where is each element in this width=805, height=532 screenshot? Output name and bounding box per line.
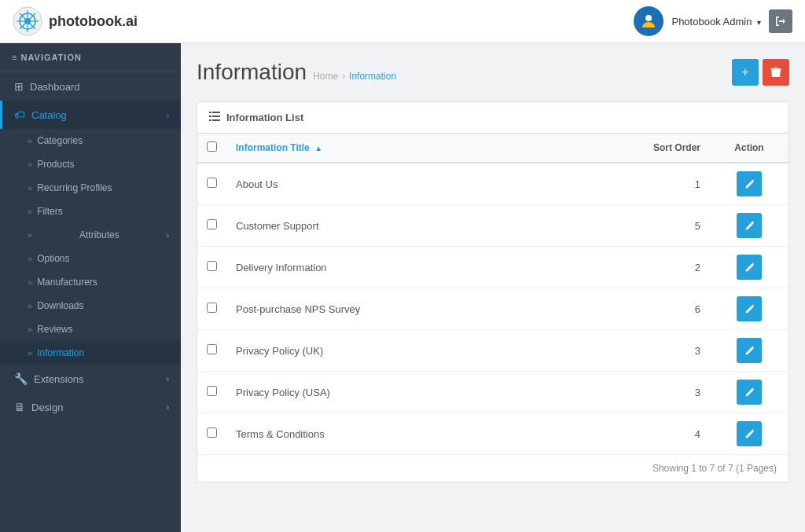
panel-footer: Showing 1 to 7 of 7 (1 Pages) [197, 454, 788, 482]
svg-point-7 [645, 15, 652, 21]
row-action [710, 288, 788, 330]
row-action [710, 247, 788, 288]
breadcrumb-separator: › [342, 71, 345, 82]
main-content: Information Home › Information + [181, 43, 805, 532]
table-row: Post-purchase NPS Survey 6 [197, 288, 788, 330]
list-icon [209, 112, 220, 123]
sidebar-item-manufacturers[interactable]: Manufacturers [0, 270, 181, 294]
sidebar-item-label: Downloads [37, 300, 83, 311]
header-right: Photobook Admin ▾ [634, 6, 792, 36]
nav-header: ≡ NAVIGATION [0, 43, 181, 72]
chevron-right-icon: › [167, 231, 169, 240]
row-checkbox-cell [197, 163, 226, 205]
logo-icon [13, 6, 42, 36]
logo-area: photobook.ai [13, 6, 138, 36]
edit-button[interactable] [737, 296, 762, 321]
page-actions: + [732, 59, 789, 86]
row-checkbox[interactable] [207, 261, 217, 271]
row-sort-order: 1 [557, 163, 710, 205]
sidebar-item-options[interactable]: Options [0, 247, 181, 270]
sidebar-item-recurring-profiles[interactable]: Recurring Profiles [0, 176, 181, 200]
table-col-checkbox [197, 134, 226, 163]
catalog-icon: 🏷 [14, 108, 25, 121]
logout-button[interactable] [769, 9, 792, 33]
sidebar-item-label: Categories [37, 135, 83, 146]
sidebar-item-products[interactable]: Products [0, 152, 181, 176]
sidebar-item-label: Options [37, 253, 69, 264]
edit-button[interactable] [737, 380, 762, 405]
table-row: Terms & Conditions 4 [197, 413, 788, 455]
add-button[interactable]: + [732, 59, 759, 86]
row-title: Terms & Conditions [226, 413, 557, 455]
row-checkbox[interactable] [207, 427, 217, 438]
table-col-title[interactable]: Information Title ▲ [226, 134, 557, 163]
user-name[interactable]: Photobook Admin ▾ [671, 16, 761, 28]
row-title: Delivery Information [226, 247, 557, 288]
sidebar-item-extensions[interactable]: 🔧 Extensions › [0, 365, 181, 393]
table-row: About Us 1 [197, 163, 788, 205]
edit-button[interactable] [737, 421, 762, 446]
sort-asc-icon: ▲ [314, 144, 322, 152]
sidebar-item-downloads[interactable]: Downloads [0, 294, 181, 317]
sidebar-item-attributes[interactable]: Attributes › [0, 223, 181, 247]
sidebar-item-label: Recurring Profiles [37, 182, 112, 193]
sidebar-item-catalog[interactable]: 🏷 Catalog › [0, 101, 181, 129]
row-checkbox[interactable] [207, 219, 217, 229]
row-action [710, 330, 788, 372]
breadcrumb: Home › Information [313, 71, 396, 82]
sidebar-item-label: Filters [37, 206, 63, 217]
user-dropdown-caret: ▾ [757, 18, 761, 27]
row-checkbox[interactable] [207, 178, 217, 188]
row-checkbox-cell [197, 205, 226, 247]
row-checkbox-cell [197, 413, 226, 455]
sidebar-item-label: Reviews [37, 324, 72, 335]
row-sort-order: 6 [557, 288, 710, 330]
row-checkbox[interactable] [207, 303, 217, 313]
extensions-icon: 🔧 [14, 372, 28, 385]
svg-rect-13 [212, 119, 220, 121]
sidebar-item-label: Extensions [34, 373, 84, 385]
sidebar-item-label: Products [37, 159, 74, 170]
row-sort-order: 3 [557, 372, 710, 413]
sidebar-item-reviews[interactable]: Reviews [0, 317, 181, 341]
row-sort-order: 4 [557, 413, 710, 455]
edit-button[interactable] [737, 213, 762, 238]
panel-heading: Information List [197, 102, 788, 134]
user-avatar [634, 6, 663, 36]
row-sort-order: 2 [557, 247, 710, 288]
table-row: Delivery Information 2 [197, 247, 788, 288]
panel-heading-text: Information List [226, 112, 303, 123]
edit-button[interactable] [737, 255, 762, 280]
svg-rect-9 [209, 116, 211, 117]
edit-button[interactable] [737, 338, 762, 363]
row-checkbox-cell [197, 372, 226, 413]
sidebar-item-design[interactable]: 🖥 Design › [0, 393, 181, 421]
row-sort-order: 3 [557, 330, 710, 372]
row-title: About Us [226, 163, 557, 205]
row-checkbox[interactable] [207, 386, 217, 396]
select-all-checkbox[interactable] [207, 141, 217, 152]
information-panel: Information List Information Title ▲ Sor… [197, 101, 789, 482]
sidebar-item-label: Dashboard [30, 81, 80, 93]
svg-point-6 [24, 18, 31, 24]
delete-button[interactable] [763, 59, 789, 86]
breadcrumb-home[interactable]: Home [313, 71, 338, 82]
logo-text: photobook.ai [49, 13, 138, 30]
table-body: About Us 1 Customer Support 5 [197, 163, 788, 454]
svg-rect-11 [212, 112, 220, 113]
sidebar-item-label: Manufacturers [37, 277, 97, 288]
sidebar-item-information[interactable]: Information [0, 341, 181, 365]
chevron-right-icon: › [167, 111, 169, 119]
sidebar: ≡ NAVIGATION ⊞ Dashboard 🏷 Catalog › Cat… [0, 43, 181, 532]
sidebar-item-categories[interactable]: Categories [0, 129, 181, 152]
row-action [710, 413, 788, 455]
row-sort-order: 5 [557, 205, 710, 247]
row-checkbox[interactable] [207, 344, 217, 354]
table-col-sort-order[interactable]: Sort Order [557, 134, 710, 163]
sidebar-item-filters[interactable]: Filters [0, 200, 181, 223]
table-row: Customer Support 5 [197, 205, 788, 247]
sidebar-item-dashboard[interactable]: ⊞ Dashboard [0, 72, 181, 101]
row-checkbox-cell [197, 247, 226, 288]
breadcrumb-current: Information [349, 71, 396, 82]
edit-button[interactable] [737, 171, 762, 196]
